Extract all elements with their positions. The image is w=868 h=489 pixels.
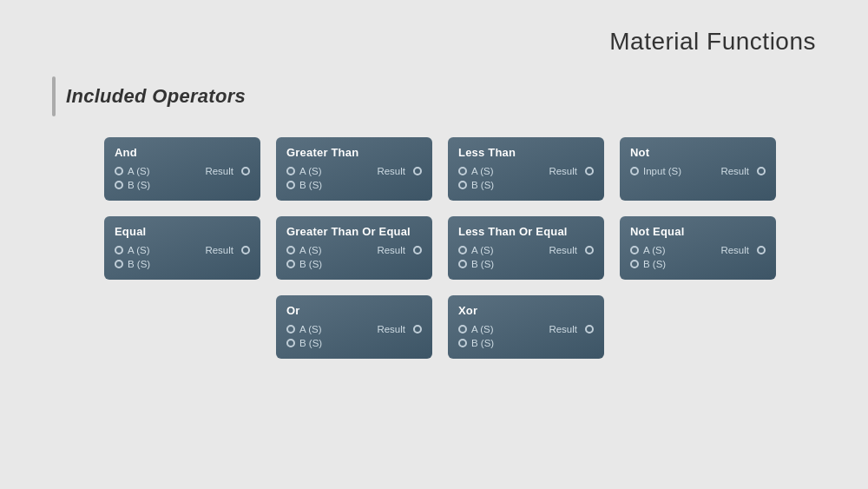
card-equal-row-1: A (S) Result	[115, 245, 250, 255]
card-or-row-2: B (S)	[286, 338, 422, 348]
card-neq-title: Not Equal	[630, 225, 766, 238]
port-circle-xor-a	[458, 325, 467, 334]
card-gte: Greater Than Or Equal A (S) Result B (S)	[276, 216, 432, 280]
port-circle-equal-b	[115, 260, 123, 268]
card-gte-row-1: A (S) Result	[286, 245, 422, 255]
port-circle-greater-result	[413, 167, 422, 175]
port-circle-or-a	[286, 325, 295, 334]
card-or-title: Or	[286, 304, 422, 317]
card-and-row-1: A (S) Result	[115, 166, 250, 176]
card-less-row-1: A (S) Result	[458, 166, 594, 176]
port-greater-a: A (S)	[286, 166, 322, 176]
port-less-result: Result	[549, 166, 594, 176]
card-xor: Xor A (S) Result B (S)	[448, 295, 604, 359]
section-header: Included Operators	[52, 76, 246, 116]
card-or-row-1: A (S) Result	[286, 324, 422, 334]
cards-grid: And A (S) Result B (S) Greater Than A (S…	[104, 137, 776, 359]
card-or: Or A (S) Result B (S)	[276, 295, 432, 359]
port-not-result: Result	[720, 166, 766, 176]
port-circle-lte-b	[458, 260, 467, 268]
card-less-row-2: B (S)	[458, 180, 594, 190]
port-gte-b: B (S)	[286, 259, 322, 269]
card-greater: Greater Than A (S) Result B (S)	[276, 137, 432, 201]
port-circle-gte-a	[286, 246, 295, 254]
card-lte-title: Less Than Or Equal	[458, 225, 594, 238]
port-and-b: B (S)	[115, 180, 150, 190]
port-and-result: Result	[205, 166, 250, 176]
port-or-result: Result	[377, 324, 422, 334]
section-title: Included Operators	[66, 85, 246, 108]
port-circle-gte-b	[286, 260, 295, 268]
port-greater-result: Result	[377, 166, 422, 176]
port-circle-and-b	[115, 181, 123, 189]
card-and: And A (S) Result B (S)	[104, 137, 260, 201]
port-neq-result: Result	[720, 245, 766, 255]
port-circle-less-a	[458, 167, 467, 175]
port-circle-equal-a	[115, 246, 123, 254]
port-greater-b: B (S)	[286, 180, 322, 190]
card-lte: Less Than Or Equal A (S) Result B (S)	[448, 216, 604, 280]
card-equal-row-2: B (S)	[115, 259, 250, 269]
port-circle-not-result	[757, 167, 766, 175]
port-circle-neq-b	[630, 260, 639, 268]
port-less-b: B (S)	[458, 180, 494, 190]
port-less-a: A (S)	[458, 166, 494, 176]
card-lte-row-1: A (S) Result	[458, 245, 594, 255]
port-lte-a: A (S)	[458, 245, 494, 255]
card-neq-row-1: A (S) Result	[630, 245, 766, 255]
port-circle-lte-a	[458, 246, 467, 254]
port-circle-xor-result	[585, 325, 594, 334]
card-greater-title: Greater Than	[286, 146, 422, 159]
port-gte-a: A (S)	[286, 245, 322, 255]
card-not: Not Input (S) Result	[620, 137, 776, 201]
port-equal-result: Result	[205, 245, 250, 255]
port-not-input: Input (S)	[630, 166, 681, 176]
port-xor-result: Result	[549, 324, 594, 334]
card-less: Less Than A (S) Result B (S)	[448, 137, 604, 201]
port-or-a: A (S)	[286, 324, 322, 334]
port-circle-or-result	[413, 325, 422, 334]
port-xor-b: B (S)	[458, 338, 494, 348]
card-xor-title: Xor	[458, 304, 594, 317]
card-not-title: Not	[630, 146, 766, 159]
port-circle-neq-a	[630, 246, 639, 254]
card-xor-row-1: A (S) Result	[458, 324, 594, 334]
card-neq-row-2: B (S)	[630, 259, 766, 269]
port-gte-result: Result	[377, 245, 422, 255]
port-circle-less-result	[585, 167, 594, 175]
port-lte-result: Result	[549, 245, 594, 255]
port-circle-greater-b	[286, 181, 295, 189]
card-less-title: Less Than	[458, 146, 594, 159]
port-equal-a: A (S)	[115, 245, 150, 255]
port-or-b: B (S)	[286, 338, 322, 348]
card-equal-title: Equal	[115, 225, 250, 238]
port-and-a: A (S)	[115, 166, 150, 176]
port-circle-neq-result	[757, 246, 766, 254]
port-circle-gte-result	[413, 246, 422, 254]
card-greater-row-1: A (S) Result	[286, 166, 422, 176]
port-neq-b: B (S)	[630, 259, 666, 269]
card-not-row-1: Input (S) Result	[630, 166, 766, 176]
card-and-row-2: B (S)	[115, 180, 250, 190]
card-and-title: And	[115, 146, 250, 159]
card-gte-row-2: B (S)	[286, 259, 422, 269]
port-circle-not-input	[630, 167, 639, 175]
port-equal-b: B (S)	[115, 259, 150, 269]
section-bar	[52, 76, 56, 116]
port-circle-greater-a	[286, 167, 295, 175]
port-xor-a: A (S)	[458, 324, 494, 334]
card-gte-title: Greater Than Or Equal	[286, 225, 422, 238]
port-circle-and-a	[115, 167, 123, 175]
port-lte-b: B (S)	[458, 259, 494, 269]
card-neq: Not Equal A (S) Result B (S)	[620, 216, 776, 280]
port-circle-xor-b	[458, 339, 467, 347]
port-neq-a: A (S)	[630, 245, 666, 255]
port-circle-equal-result	[241, 246, 250, 254]
card-greater-row-2: B (S)	[286, 180, 422, 190]
card-equal: Equal A (S) Result B (S)	[104, 216, 260, 280]
port-circle-lte-result	[585, 246, 594, 254]
card-xor-row-2: B (S)	[458, 338, 594, 348]
page-title: Material Functions	[609, 28, 816, 56]
port-circle-less-b	[458, 181, 467, 189]
port-circle-or-b	[286, 339, 295, 347]
